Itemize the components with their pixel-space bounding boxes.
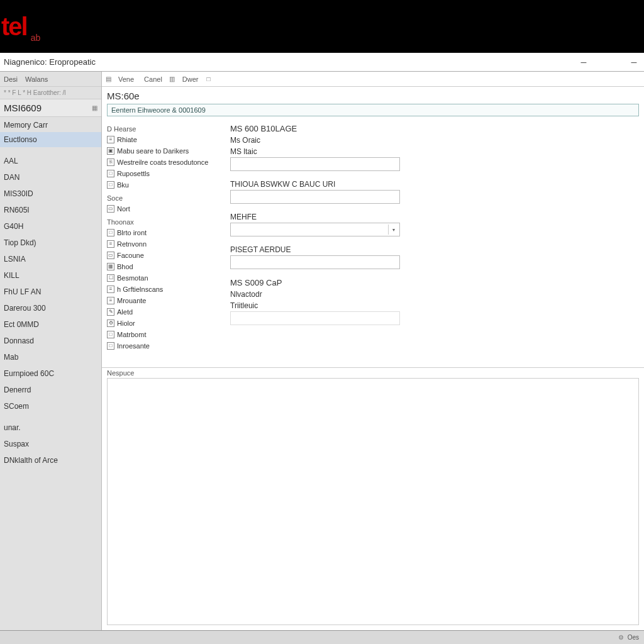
brand-bar: tel ab (0, 0, 644, 53)
select-input[interactable]: ▾ (230, 223, 400, 236)
field-value: Triitleuic (230, 301, 639, 310)
notes-heading: Nespuce (102, 367, 644, 378)
field-label: THIOUA BSWKW C BAUC URI (230, 180, 639, 189)
property-label: h Grftielnscans (117, 285, 163, 294)
text-input[interactable] (230, 311, 400, 325)
property-heading: Thoonax (107, 218, 220, 226)
sidebar: Desi Walans * * F L * H Earotther: /l MS… (0, 72, 102, 630)
sidebar-item[interactable]: Denerrd (0, 382, 101, 397)
property-label: Blrto iront (117, 228, 147, 237)
sidebar-item[interactable]: LSNIA (0, 252, 101, 267)
minimize-button[interactable]: – (577, 56, 590, 69)
property-row[interactable]: □Bku (107, 179, 220, 191)
box-icon: □ (107, 181, 114, 189)
app-icon: ▣ (107, 147, 114, 155)
property-label: Mabu seare to Darikers (117, 147, 189, 155)
sidebar-item[interactable]: FhU LF AN (0, 284, 101, 299)
form-panel: MS 600 B10LAGE Ms Oraic MS ltaic THIOUA … (230, 121, 639, 367)
property-heading: D Hearse (107, 125, 220, 133)
sidebar-item[interactable]: Donnasd (0, 333, 101, 348)
sidebar-item[interactable]: MIS30ID (0, 186, 101, 201)
property-row[interactable]: ⚙Hiolor (107, 318, 220, 329)
sidebar-item[interactable]: KILL (0, 268, 101, 283)
sidebar-item[interactable]: Eurnpioed 60C (0, 366, 101, 381)
sidebar-item[interactable]: Mab (0, 350, 101, 365)
property-label: Ruposettls (117, 169, 150, 178)
property-label: Hiolor (117, 319, 135, 328)
sidebar-menu-item[interactable]: Walans (25, 75, 48, 83)
check-icon: ☐ (107, 274, 114, 282)
property-row[interactable]: □Matrbomt (107, 329, 220, 340)
property-row[interactable]: □Ruposettls (107, 168, 220, 179)
sidebar-item[interactable]: SCoem (0, 399, 101, 414)
property-row[interactable]: ☐Besmotan (107, 272, 220, 284)
folder-icon: ▭ (107, 205, 114, 213)
property-row[interactable]: ≡h Grftielnscans (107, 284, 220, 295)
status-text: Oes (628, 634, 639, 641)
sidebar-item[interactable]: Darerou 300 (0, 301, 101, 316)
sidebar-toolbar: * * F L * H Earotther: /l (0, 87, 101, 99)
gear-icon[interactable]: ⚙ (618, 634, 625, 641)
sidebar-item[interactable]: AAL (0, 153, 101, 169)
sidebar-item[interactable]: unar. (0, 420, 101, 435)
close-button[interactable]: – (628, 56, 640, 69)
text-input[interactable] (230, 190, 400, 204)
sidebar-item[interactable]: DNklalth of Arce (0, 453, 101, 468)
property-label: Facoune (117, 251, 144, 260)
property-row[interactable]: ≡Mrouante (107, 295, 220, 306)
sidebar-item[interactable]: G40H (0, 219, 101, 234)
body: D Hearse ≡Rhiate ▣Mabu seare to Darikers… (102, 116, 644, 367)
property-label: Matrbomt (117, 330, 146, 339)
grid-icon[interactable]: ▦ (92, 104, 97, 111)
app-root: tel ab Niagnenico: Eropropeatic – – Desi… (0, 0, 644, 644)
property-row[interactable]: ⎘Westreilre coats tresodutonce (107, 157, 220, 168)
list-icon: ≡ (107, 286, 114, 293)
property-list: D Hearse ≡Rhiate ▣Mabu seare to Darikers… (107, 121, 220, 367)
square-icon: □ (205, 75, 213, 83)
property-label: Mrouante (117, 296, 146, 305)
property-label: Besmotan (117, 274, 148, 282)
list-icon: ≡ (107, 240, 114, 248)
status-bar: ⚙ Oes (0, 630, 644, 644)
doc-icon: ▥ (169, 75, 176, 83)
sidebar-title-label: MSI6609 (4, 103, 42, 113)
property-row[interactable]: ≡Retnvonn (107, 238, 220, 250)
toolbar-button[interactable]: Canel (140, 73, 166, 86)
property-row[interactable]: ≡Rhiate (107, 134, 220, 145)
property-row[interactable]: ▦Bhod (107, 261, 220, 272)
box-icon: □ (107, 331, 114, 338)
property-label: Westreilre coats tresodutonce (117, 158, 208, 167)
gear-icon: ⚙ (107, 319, 114, 327)
sidebar-item[interactable]: Suspax (0, 436, 101, 452)
property-row[interactable]: ▭Facoune (107, 250, 220, 261)
property-row[interactable]: □Blrto iront (107, 227, 220, 238)
text-input[interactable] (230, 255, 400, 269)
sidebar-item[interactable]: RN605I (0, 203, 101, 218)
property-label: Bku (117, 180, 129, 189)
property-row[interactable]: ✎Aletd (107, 306, 220, 318)
property-label: Rhiate (117, 135, 137, 144)
field-label: MS 600 B10LAGE (230, 124, 639, 133)
list-icon: ≡ (107, 136, 114, 143)
field-value: Ms Oraic (230, 136, 639, 145)
box-icon: □ (107, 170, 114, 177)
toolbar-button[interactable]: Dwer (179, 73, 203, 86)
sidebar-group: unar. Suspax DNklalth of Arce (0, 420, 101, 468)
sidebar-group: AAL DAN MIS30ID RN605I G40H Tiop Dkd) LS… (0, 153, 101, 414)
brand-logo: tel (1, 13, 27, 41)
sidebar-item[interactable]: DAN (0, 170, 101, 185)
text-input[interactable] (230, 157, 400, 171)
notes-area[interactable] (107, 378, 639, 625)
sidebar-item[interactable]: Ect 0MMD (0, 317, 101, 332)
window-controls: – – (577, 53, 640, 72)
page-title: MS:60e (102, 87, 644, 104)
sidebar-title: MSI6609 ▦ (0, 99, 101, 117)
main-panel: ▤ Vene Canel ▥ Dwer □ MS:60e Eentern Eih… (102, 72, 644, 630)
property-row[interactable]: □Inroesante (107, 340, 220, 352)
property-row[interactable]: ▭Nort (107, 203, 220, 214)
toolbar-button[interactable]: Vene (114, 73, 138, 86)
sidebar-item[interactable]: Tiop Dkd) (0, 235, 101, 250)
sidebar-menu-item[interactable]: Desi (4, 75, 18, 83)
sidebar-item-selected[interactable]: Euctlonso (0, 132, 101, 147)
property-row[interactable]: ▣Mabu seare to Darikers (107, 145, 220, 157)
